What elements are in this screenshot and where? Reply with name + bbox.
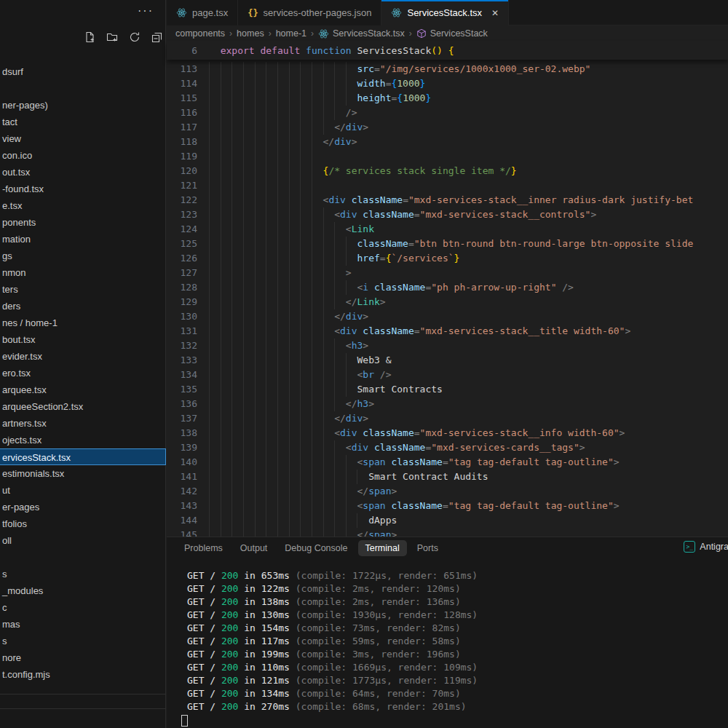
code-line[interactable]: 134 <br /> xyxy=(167,368,728,382)
file-item[interactable]: out.tsx xyxy=(0,164,166,181)
file-item[interactable]: er-pages xyxy=(0,499,166,515)
file-item[interactable]: ders xyxy=(0,298,166,314)
code-line[interactable]: 142 </span> xyxy=(167,484,728,499)
breadcrumb-item[interactable]: ServicesStack xyxy=(416,28,488,39)
new-folder-button[interactable] xyxy=(104,29,120,45)
file-item[interactable] xyxy=(0,549,166,566)
file-item[interactable]: -found.tsx xyxy=(0,181,166,197)
file-item[interactable]: arquee.tsx xyxy=(0,381,166,398)
tab-page.tsx[interactable]: page.tsx xyxy=(167,0,238,25)
code-line[interactable]: 144 dApps xyxy=(167,513,728,528)
file-item[interactable]: tact xyxy=(0,114,166,130)
file-item[interactable]: view xyxy=(0,130,166,147)
sticky-scroll-line: 6 export default function ServicesStack(… xyxy=(167,41,728,60)
code-editor[interactable]: 113 src="/img/services/1000x1000_ser-02.… xyxy=(167,60,728,537)
terminal-cursor[interactable] xyxy=(181,715,188,727)
file-item[interactable]: ut xyxy=(0,482,166,499)
file-item[interactable]: nes / home-1 xyxy=(0,314,166,331)
code-line[interactable]: 140 <span className="tag tag-default tag… xyxy=(167,455,728,470)
code-line[interactable]: 145 </span> xyxy=(167,528,728,537)
file-item[interactable]: ero.tsx xyxy=(0,365,166,381)
code-line[interactable]: 123 <div className="mxd-services-stack__… xyxy=(167,207,728,222)
file-item[interactable] xyxy=(0,80,166,97)
code-line[interactable]: 122 <div className="mxd-services-stack__… xyxy=(167,193,728,207)
code-line[interactable]: 136 </h3> xyxy=(167,397,728,411)
file-item[interactable]: ervicesStack.tsx xyxy=(0,448,166,465)
file-item[interactable]: t.config.mjs xyxy=(0,666,166,683)
file-item[interactable]: con.ico xyxy=(0,147,166,164)
code-line[interactable]: 120 {/* services stack single item */} xyxy=(167,164,728,178)
code-line[interactable]: 117 </div> xyxy=(167,120,728,135)
panel-tab-terminal[interactable]: Terminal xyxy=(358,540,407,556)
file-item[interactable]: c xyxy=(0,599,166,616)
file-item[interactable]: _modules xyxy=(0,582,166,599)
file-item[interactable]: nmon xyxy=(0,264,166,281)
close-icon[interactable]: ✕ xyxy=(491,8,499,18)
panel-right-actions[interactable]: >_ Antigravi xyxy=(684,541,728,553)
file-item[interactable]: mas xyxy=(0,616,166,633)
file-item[interactable]: mation xyxy=(0,231,166,248)
breadcrumb-item[interactable]: home-1 xyxy=(276,28,306,39)
file-item[interactable]: dsurf xyxy=(0,63,166,80)
code-token: Link xyxy=(352,223,374,234)
code-line[interactable]: 133 Web3 & xyxy=(167,353,728,368)
code-line[interactable]: 119 xyxy=(167,149,728,164)
code-line[interactable]: 124 <Link xyxy=(167,222,728,237)
code-line[interactable]: 130 </div> xyxy=(167,309,728,324)
file-item[interactable]: evider.tsx xyxy=(0,348,166,365)
code-line[interactable]: 139 <div className="mxd-services-cards__… xyxy=(167,440,728,455)
tab-ServicesStack.tsx[interactable]: ServicesStack.tsx✕ xyxy=(381,0,509,25)
new-file-button[interactable] xyxy=(82,29,98,45)
file-item[interactable]: bout.tsx xyxy=(0,331,166,348)
file-item[interactable]: ner-pages) xyxy=(0,97,166,114)
indent-guides xyxy=(209,513,368,528)
code-line[interactable]: 137 </div> xyxy=(167,411,728,426)
code-line[interactable]: 113 src="/img/services/1000x1000_ser-02.… xyxy=(167,62,728,76)
file-item[interactable]: s xyxy=(0,633,166,649)
code-line[interactable]: 135 Smart Contracts xyxy=(167,382,728,397)
file-item[interactable]: gs xyxy=(0,248,166,264)
code-line[interactable]: 131 <div className="mxd-services-stack__… xyxy=(167,324,728,339)
tab-services-other-pages.json[interactable]: {}services-other-pages.json xyxy=(238,0,381,25)
code-line[interactable]: 129 </Link> xyxy=(167,295,728,309)
file-item[interactable]: arqueeSection2.tsx xyxy=(0,398,166,415)
code-line[interactable]: 141 Smart Contract Audits xyxy=(167,470,728,484)
code-line[interactable]: 127 > xyxy=(167,266,728,280)
file-item[interactable]: ojects.tsx xyxy=(0,432,166,448)
file-item[interactable]: tfolios xyxy=(0,515,166,532)
code-token: div xyxy=(346,311,363,322)
collapse-folders-button[interactable] xyxy=(149,29,165,45)
panel-tab-ports[interactable]: Ports xyxy=(410,540,446,556)
code-token: span xyxy=(363,500,385,511)
breadcrumb-item[interactable]: components xyxy=(175,28,225,39)
file-item[interactable]: oll xyxy=(0,532,166,549)
file-item[interactable]: ponents xyxy=(0,214,166,231)
refresh-button[interactable] xyxy=(127,29,143,45)
code-line[interactable]: 115 height={1000} xyxy=(167,91,728,106)
code-line[interactable]: 126 href={`/services`} xyxy=(167,251,728,266)
file-item[interactable]: s xyxy=(0,566,166,582)
code-token: /> xyxy=(556,282,573,293)
code-line[interactable]: 138 <div className="mxd-services-stack__… xyxy=(167,426,728,440)
code-line[interactable]: 143 <span className="tag tag-default tag… xyxy=(167,499,728,513)
code-line[interactable]: 116 /> xyxy=(167,106,728,120)
file-item[interactable]: e.tsx xyxy=(0,197,166,214)
code-line[interactable]: 125 className="btn btn-round btn-round-l… xyxy=(167,237,728,251)
panel-tab-debug-console[interactable]: Debug Console xyxy=(277,540,355,556)
more-actions-button[interactable]: ··· xyxy=(138,4,154,17)
file-item[interactable]: ters xyxy=(0,281,166,298)
file-item[interactable]: artners.tsx xyxy=(0,415,166,432)
code-line[interactable]: 114 width={1000} xyxy=(167,76,728,91)
breadcrumb-item[interactable]: homes xyxy=(237,28,264,39)
code-line[interactable]: 121 xyxy=(167,178,728,193)
file-item[interactable]: estimonials.tsx xyxy=(0,465,166,482)
code-line[interactable]: 118 </div> xyxy=(167,135,728,149)
code-line[interactable]: 128 <i className="ph ph-arrow-up-right" … xyxy=(167,280,728,295)
breadcrumb-item[interactable]: ServicesStack.tsx xyxy=(318,28,405,39)
file-item[interactable]: nore xyxy=(0,649,166,666)
panel-tab-output[interactable]: Output xyxy=(233,540,275,556)
code-token: > xyxy=(614,500,620,511)
terminal-output[interactable]: GET / 200 in 653ms (compile: 1722µs, ren… xyxy=(167,561,728,728)
code-line[interactable]: 132 <h3> xyxy=(167,339,728,353)
panel-tab-problems[interactable]: Problems xyxy=(177,540,230,556)
